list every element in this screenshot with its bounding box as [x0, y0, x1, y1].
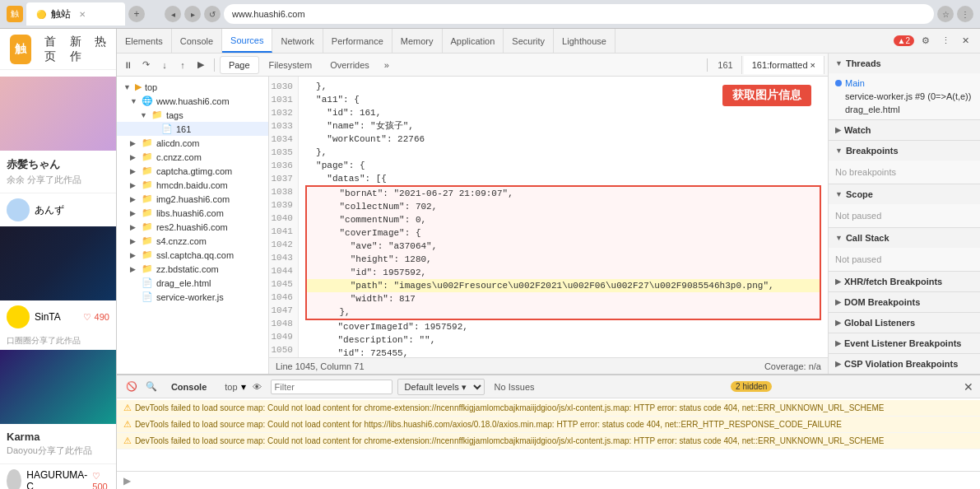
tree-s4[interactable]: ▶ 📁 s4.cnzz.com	[117, 234, 268, 248]
subtab-page[interactable]: Page	[220, 56, 259, 74]
step-into-btn[interactable]: ↓	[156, 57, 173, 73]
console-clear-btn[interactable]: 🚫	[123, 379, 140, 395]
tab-lighthouse[interactable]: Lighthouse	[554, 29, 615, 53]
tree-label-alicdn: alicdn.com	[156, 138, 200, 148]
tree-huashi6[interactable]: ▼ 🌐 www.huashi6.com	[117, 94, 268, 108]
active-tab[interactable]: 🟡 触站 ✕	[26, 2, 125, 26]
subtab-filesystem[interactable]: Filesystem	[261, 56, 321, 74]
code-line-1048: "coverImageId": 1957592,	[305, 320, 821, 333]
tab-memory[interactable]: Memory	[392, 29, 443, 53]
step-out-btn[interactable]: ↑	[174, 57, 191, 73]
file-tab-161formatted[interactable]: 161:formatted ×	[744, 56, 824, 74]
content-image-3	[0, 350, 116, 424]
tree-tags[interactable]: ▼ 📁 tags	[117, 108, 268, 122]
console-filter-input[interactable]	[271, 380, 392, 394]
console-tab-label[interactable]: Console	[165, 382, 213, 392]
tab-security[interactable]: Security	[504, 29, 554, 53]
subtab-more[interactable]: »	[379, 60, 394, 70]
tree-161[interactable]: 📄 161	[117, 122, 268, 136]
tree-captcha-gtimg[interactable]: ▶ 📁 captcha.gtimg.com	[117, 164, 268, 178]
address-bar[interactable]: www.huashi6.com	[224, 4, 934, 24]
tree-alicdn[interactable]: ▶ 📁 alicdn.com	[117, 136, 268, 150]
scope-arrow: ▼	[835, 190, 843, 198]
cs-content: Not paused	[829, 248, 980, 271]
tab-performance[interactable]: Performance	[323, 29, 392, 53]
tree-cnzz[interactable]: ▶ 📁 c.cnzz.com	[117, 150, 268, 164]
site-logo: 触	[10, 35, 31, 64]
code-content[interactable]: 1030103110321033103410351036103710381039…	[269, 77, 828, 357]
code-line-1043: "height": 1280,	[305, 253, 821, 266]
dom-header[interactable]: ▶ DOM Breakpoints	[829, 292, 980, 312]
pause-btn[interactable]: ⏸	[120, 57, 137, 73]
nav-hot[interactable]: 热	[95, 35, 106, 64]
devtools-settings-btn[interactable]: ⚙	[917, 33, 934, 49]
console-top-dropdown[interactable]: top	[225, 382, 237, 392]
tree-ssl[interactable]: ▶ 📁 ssl.captcha.qq.com	[117, 248, 268, 262]
console-levels-select[interactable]: Default levels ▾	[397, 379, 485, 395]
dom-arrow: ▶	[835, 298, 841, 306]
resume-btn[interactable]: ▶	[193, 57, 209, 73]
global-header[interactable]: ▶ Global Listeners	[829, 313, 980, 333]
event-header[interactable]: ▶ Event Listener Breakpoints	[829, 333, 980, 353]
thread-main[interactable]: Main	[835, 77, 973, 90]
tree-sw[interactable]: 📄 service-worker.js	[117, 290, 268, 304]
tab-network[interactable]: Network	[272, 29, 323, 53]
nav-new[interactable]: 新作	[70, 35, 81, 64]
console-filter-icon[interactable]: 🔍	[143, 379, 160, 395]
tab-elements[interactable]: Elements	[117, 29, 172, 53]
usersub-4: Daoyou分享了此作品	[7, 445, 109, 457]
threads-header[interactable]: ▼ Threads	[829, 54, 980, 73]
tree-img2[interactable]: ▶ 📁 img2.huashi6.com	[117, 192, 268, 206]
tab-console[interactable]: Console	[172, 29, 222, 53]
code-lines: }, "a11": { "id": 161, "name": "女孩子", "w…	[299, 77, 828, 357]
tree-zz[interactable]: ▶ 📁 zz.bdstatic.com	[117, 262, 268, 276]
usersub-1: 余余 分享了此作品	[7, 174, 109, 186]
content-image-2	[0, 226, 116, 300]
scope-header[interactable]: ▼ Scope	[829, 184, 980, 204]
tab-application[interactable]: Application	[443, 29, 504, 53]
console-close-btn[interactable]: ✕	[964, 380, 973, 394]
console-toolbar: 🚫 🔍 Console top ▾ 👁 Default levels ▾ No …	[117, 375, 980, 398]
csp-header[interactable]: ▶ CSP Violation Breakpoints	[829, 354, 980, 374]
tree-hmcdn[interactable]: ▶ 📁 hmcdn.baidu.com	[117, 178, 268, 192]
tree-libs[interactable]: ▶ 📁 libs.huashi6.com	[117, 206, 268, 220]
code-line-1032: "id": 161,	[305, 106, 821, 119]
console-prompt: ▶	[123, 475, 131, 487]
callstack-header[interactable]: ▼ Call Stack	[829, 228, 980, 248]
thread-drag[interactable]: drag_ele.html	[835, 103, 973, 116]
code-line-1050: "id": 725455,	[305, 347, 821, 357]
tree-res2[interactable]: ▶ 📁 res2.huashi6.com	[117, 220, 268, 234]
subtab-overrides[interactable]: Overrides	[322, 56, 378, 74]
tree-top[interactable]: ▼ ▶ top	[117, 80, 268, 94]
user-card-1: 赤髪ちゃん 余余 分享了此作品	[0, 151, 116, 193]
forward-button[interactable]: ▸	[184, 6, 201, 22]
menu-button[interactable]: ⋮	[957, 6, 973, 22]
tree-label-captcha: captcha.gtimg.com	[156, 166, 232, 176]
tab-close[interactable]: ✕	[79, 10, 86, 19]
xhr-header[interactable]: ▶ XHR/fetch Breakpoints	[829, 272, 980, 291]
breakpoints-header[interactable]: ▼ Breakpoints	[829, 141, 980, 161]
dom-label: DOM Breakpoints	[844, 297, 920, 307]
step-over-btn[interactable]: ↷	[138, 57, 155, 73]
back-button[interactable]: ◂	[165, 6, 181, 22]
devtools-inner: ⏸ ↷ ↓ ↑ ▶ Page Filesystem Overrides » 16…	[117, 54, 980, 374]
bookmark-button[interactable]: ☆	[937, 6, 954, 22]
site-logo-tab: 触	[7, 6, 23, 22]
watch-header[interactable]: ▶ Watch	[829, 120, 980, 140]
code-line-1035: },	[305, 146, 821, 159]
refresh-button[interactable]: ↺	[204, 6, 221, 22]
tree-file-icon-161: 📄	[161, 123, 173, 134]
global-label: Global Listeners	[844, 318, 915, 328]
error-badge: ▲2	[894, 35, 914, 46]
new-tab-button[interactable]: +	[128, 6, 145, 22]
console-eye-btn[interactable]: 👁	[249, 379, 266, 395]
tree-drag-ele[interactable]: 📄 drag_ele.html	[117, 276, 268, 290]
tab-title: 触站	[51, 7, 71, 21]
csp-arrow: ▶	[835, 360, 841, 368]
nav-home[interactable]: 首页	[44, 35, 56, 64]
devtools-close-btn[interactable]: ✕	[957, 33, 973, 49]
thread-sw[interactable]: service-worker.js #9 (0=>A(t,e))	[835, 90, 973, 103]
file-tab-161[interactable]: 161	[709, 56, 741, 74]
devtools-more-btn[interactable]: ⋮	[937, 33, 954, 49]
tab-sources[interactable]: Sources	[222, 29, 272, 53]
